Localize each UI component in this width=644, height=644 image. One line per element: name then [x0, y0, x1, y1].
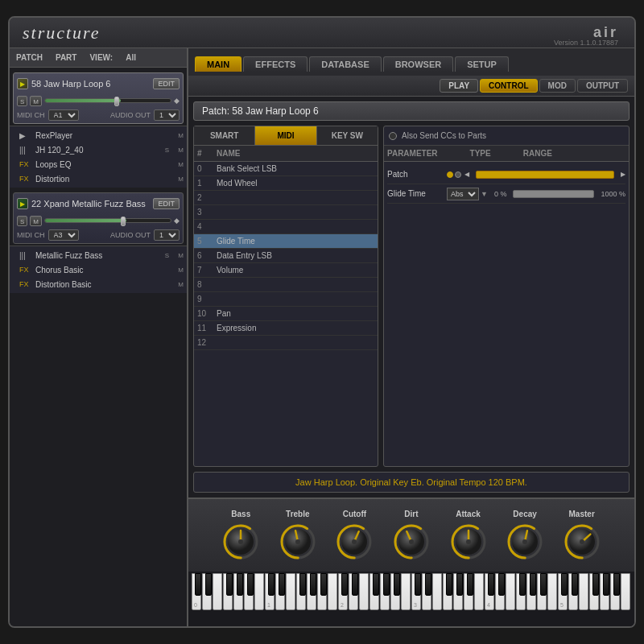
- black-key-15[interactable]: [279, 573, 285, 596]
- black-key-6[interactable]: [226, 573, 233, 596]
- midi-row-12[interactable]: 12: [194, 336, 378, 350]
- black-key-25[interactable]: [341, 573, 348, 596]
- midi-ch-select-2[interactable]: A3: [48, 229, 79, 241]
- black-key-54[interactable]: [519, 573, 526, 596]
- sub-item-distortion-basic[interactable]: FX Distortion Basic M: [13, 277, 184, 291]
- black-key-46[interactable]: [467, 573, 473, 596]
- audio-out-select-2[interactable]: 1: [154, 229, 180, 241]
- black-key-49[interactable]: [488, 573, 494, 596]
- black-key-32[interactable]: [383, 573, 390, 596]
- sub-item-jh[interactable]: ||| JH 120_2_40 S M: [13, 142, 184, 157]
- knob-container-dirt[interactable]: [391, 522, 431, 562]
- knob-container-bass[interactable]: [221, 522, 261, 562]
- black-key-18[interactable]: [299, 573, 306, 596]
- black-key-61[interactable]: [561, 573, 568, 596]
- white-key-47[interactable]: [474, 573, 484, 610]
- patch-item-2[interactable]: ▶ 22 Xpand Metallic Fuzz Bass EDIT S M ◆: [13, 192, 184, 244]
- knob-label-master: Master: [569, 510, 595, 518]
- white-key-71[interactable]: [621, 573, 630, 610]
- midi-ch-select-1[interactable]: A1: [48, 109, 79, 121]
- sub-tab-keysw[interactable]: KEY SW: [317, 126, 378, 145]
- midi-row-0[interactable]: 0 Bank Select LSB: [194, 162, 378, 176]
- tab-effects[interactable]: EFFECTS: [243, 56, 308, 72]
- midi-row-3[interactable]: 3: [194, 205, 378, 220]
- sub-tab-smart[interactable]: SMART: [194, 126, 255, 145]
- midi-row-8[interactable]: 8: [194, 278, 378, 292]
- mute-btn-1[interactable]: M: [30, 96, 42, 106]
- tab-setup[interactable]: SETUP: [455, 56, 509, 72]
- black-key-51[interactable]: [498, 573, 505, 596]
- black-key-63[interactable]: [572, 573, 578, 596]
- midi-row-10[interactable]: 10 Pan: [194, 307, 378, 321]
- black-key-13[interactable]: [268, 573, 275, 596]
- fader-1[interactable]: [44, 98, 171, 103]
- mute-btn-2[interactable]: M: [30, 216, 42, 226]
- black-key-34[interactable]: [394, 573, 400, 596]
- white-key-40[interactable]: [432, 573, 442, 610]
- sub-item-metallic[interactable]: ||| Metallic Fuzz Bass S M: [13, 248, 184, 262]
- white-key-35[interactable]: [401, 573, 411, 610]
- tab-database[interactable]: DATABASE: [309, 56, 381, 72]
- black-key-37[interactable]: [415, 573, 421, 596]
- black-key-68[interactable]: [603, 573, 609, 596]
- white-key-64[interactable]: [579, 573, 588, 610]
- black-key-20[interactable]: [310, 573, 316, 596]
- sub-item-rexplayer[interactable]: ▶ RexPlayer M: [13, 128, 184, 142]
- knob-container-treble[interactable]: [278, 522, 318, 562]
- midi-row-7[interactable]: 7 Volume: [194, 263, 378, 278]
- param-type-select-glide[interactable]: Abs Rel: [447, 188, 479, 200]
- black-key-30[interactable]: [373, 573, 379, 596]
- midi-row-9[interactable]: 9: [194, 292, 378, 307]
- white-key-52[interactable]: [506, 573, 515, 610]
- sub-item-loopseq[interactable]: FX Loops EQ M: [13, 157, 184, 171]
- white-key-59[interactable]: [547, 573, 557, 610]
- mod-button[interactable]: MOD: [539, 79, 576, 93]
- midi-row-1[interactable]: 1 Mod Wheel: [194, 176, 378, 191]
- midi-row-2[interactable]: 2: [194, 191, 378, 205]
- patch-item-1[interactable]: ▶ 58 Jaw Harp Loop 6 EDIT S M ◆: [13, 72, 184, 124]
- audio-out-select-1[interactable]: 1: [154, 109, 180, 121]
- white-key-4[interactable]: [213, 573, 222, 610]
- black-key-66[interactable]: [592, 573, 599, 596]
- white-key-16[interactable]: [286, 573, 295, 610]
- midi-row-6[interactable]: 6 Data Entry LSB: [194, 249, 378, 263]
- midi-row-5[interactable]: 5 Glide Time: [194, 234, 378, 249]
- black-key-42[interactable]: [446, 573, 452, 596]
- solo-btn-2[interactable]: S: [17, 216, 27, 226]
- black-key-56[interactable]: [530, 573, 536, 596]
- black-key-1[interactable]: [195, 573, 201, 596]
- sub-item-distortion[interactable]: FX Distortion M: [13, 171, 184, 186]
- black-key-10[interactable]: [247, 573, 254, 596]
- fader-2[interactable]: [44, 218, 171, 223]
- midi-row-11[interactable]: 11 Expression: [194, 321, 378, 336]
- black-key-8[interactable]: [237, 573, 243, 596]
- midi-row-4[interactable]: 4: [194, 220, 378, 234]
- sub-item-chorus[interactable]: FX Chorus Basic M: [13, 262, 184, 277]
- black-key-44[interactable]: [456, 573, 463, 596]
- tab-browser[interactable]: BROWSER: [383, 56, 453, 72]
- black-key-70[interactable]: [613, 573, 620, 596]
- black-key-39[interactable]: [425, 573, 431, 596]
- black-key-27[interactable]: [352, 573, 358, 596]
- patch-header-2: ▶ 22 Xpand Metallic Fuzz Bass EDIT: [17, 195, 180, 213]
- tab-main[interactable]: MAIN: [195, 56, 242, 72]
- black-key-3[interactable]: [205, 573, 212, 596]
- knob-container-attack[interactable]: [448, 522, 489, 562]
- knob-container-cutoff[interactable]: [334, 522, 374, 562]
- patch-edit-btn-2[interactable]: EDIT: [153, 198, 180, 209]
- piano-keyboard[interactable]: 012345: [188, 572, 634, 626]
- knob-container-master[interactable]: [562, 522, 602, 562]
- output-button[interactable]: OUTPUT: [577, 79, 628, 93]
- play-button[interactable]: PLAY: [440, 79, 478, 93]
- patch-edit-btn-1[interactable]: EDIT: [153, 78, 180, 89]
- black-key-22[interactable]: [320, 573, 327, 596]
- white-key-28[interactable]: [359, 573, 369, 610]
- also-send-radio[interactable]: [389, 132, 397, 140]
- black-key-58[interactable]: [540, 573, 547, 596]
- white-key-23[interactable]: [328, 573, 337, 610]
- control-button[interactable]: CONTROL: [480, 79, 537, 93]
- white-key-11[interactable]: [254, 573, 264, 610]
- solo-btn-1[interactable]: S: [17, 96, 27, 106]
- sub-tab-midi[interactable]: MIDI: [255, 126, 316, 145]
- knob-container-decay[interactable]: [505, 522, 545, 562]
